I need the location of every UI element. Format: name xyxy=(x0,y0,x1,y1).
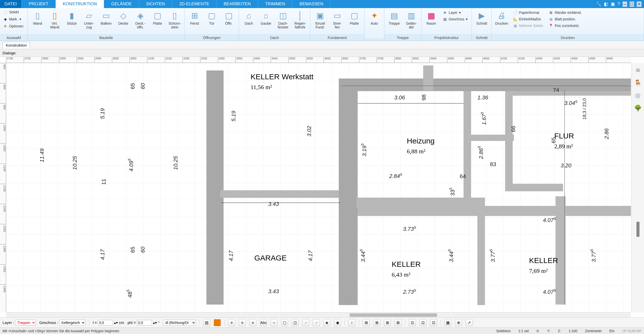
rect-icon[interactable]: ▢ xyxy=(281,319,288,326)
einheit-button[interactable]: 📐Einheit/Maßst. xyxy=(511,16,545,22)
v7-icon[interactable]: ⊡ xyxy=(430,319,437,326)
wall[interactable] xyxy=(206,70,224,305)
wall[interactable] xyxy=(505,91,513,191)
wall[interactable] xyxy=(220,190,341,198)
layer-button[interactable]: ≋Layer ▾ xyxy=(441,10,469,16)
einzelfund-button[interactable]: ▣Einzel Fund. xyxy=(312,9,328,30)
wall[interactable] xyxy=(505,184,563,191)
blatt-button[interactable]: ◎Blatt position. xyxy=(547,16,583,22)
v4-icon[interactable]: ⊞ xyxy=(394,319,402,326)
wall[interactable] xyxy=(423,65,433,91)
fplatte-button[interactable]: ▢Platte xyxy=(346,9,363,26)
close-icon[interactable]: × xyxy=(637,2,641,7)
balken-button[interactable]: ▭Balken xyxy=(98,9,114,26)
ruler-vertical[interactable]: -850-900-950-1000-1050-1100-1150-1200-12… xyxy=(0,63,6,312)
tools-icon[interactable]: 🔧 xyxy=(596,1,601,7)
raum-button[interactable]: ▦Raum xyxy=(423,9,440,26)
palette-icon[interactable]: ◧ xyxy=(604,1,608,7)
menu-gelaende[interactable]: GELÄNDE xyxy=(104,0,139,8)
pos-button[interactable]: 📍Pos zurücksetz. xyxy=(547,23,583,29)
drucken-button[interactable]: 🖨Drucken xyxy=(493,9,510,26)
stuetze-button[interactable]: ▮Stütze xyxy=(64,9,80,26)
line2-icon[interactable]: ≡ xyxy=(239,319,246,326)
i1-icon[interactable]: ⟋ xyxy=(302,319,309,326)
i3-icon[interactable]: ◈ xyxy=(323,319,330,326)
decke-button[interactable]: ◇Decke xyxy=(115,9,132,26)
windows-icon[interactable]: ▣ xyxy=(611,1,615,7)
v8-icon[interactable]: ▦ xyxy=(444,319,451,326)
help-icon[interactable]: ? xyxy=(618,2,620,7)
streifen-button[interactable]: ▭Strei- fen xyxy=(329,9,346,30)
menu-2d[interactable]: 2D-ELEMENTE xyxy=(172,0,217,8)
mode-select[interactable]: dl (Richtung/Di xyxy=(163,320,196,326)
i2-icon[interactable]: ⟋ xyxy=(313,319,320,326)
layer-select[interactable]: Treppen xyxy=(15,320,36,326)
wall[interactable] xyxy=(513,91,631,96)
v9-icon[interactable]: ⊗ xyxy=(455,319,462,326)
mehrere-button[interactable]: ▦Mehrere Seiten xyxy=(511,23,545,29)
dim-icon[interactable]: ↔ xyxy=(270,319,278,326)
wall[interactable] xyxy=(339,79,631,91)
wall[interactable] xyxy=(339,79,358,305)
oeffn-button[interactable]: ▢Öffn. xyxy=(221,9,237,26)
hatch-icon[interactable]: ▨ xyxy=(203,319,210,326)
v2-icon[interactable]: ⊞ xyxy=(373,319,380,326)
raender-button[interactable]: ⊞Ränder einblend. xyxy=(547,10,583,16)
wand-button[interactable]: ▯Wand xyxy=(29,9,46,26)
unterzug-button[interactable]: ▱Unter- zug xyxy=(81,9,97,30)
menu-bearbeiten[interactable]: BEARBEITEN xyxy=(217,0,258,8)
dach-button[interactable]: ⌂Dach xyxy=(240,9,257,26)
menu-bemassen[interactable]: BEMASSEN xyxy=(292,0,330,8)
minimize-icon[interactable]: – xyxy=(623,2,627,7)
abc-icon[interactable]: Abc xyxy=(260,319,267,326)
geschoss-select[interactable]: Kellergesch xyxy=(59,320,85,326)
selekt-button[interactable]: ⬚Selekt xyxy=(2,9,26,15)
tree-icon[interactable]: 🌳 xyxy=(634,104,642,112)
geschoss-button[interactable]: ▤Geschoss ▾ xyxy=(441,16,469,22)
menu-projekt[interactable]: PROJEKT xyxy=(22,0,56,8)
menu-sichten[interactable]: SICHTEN xyxy=(139,0,172,8)
v10-icon[interactable]: ↗ xyxy=(466,319,473,326)
platte-button[interactable]: ▢Platte xyxy=(149,9,166,26)
wall[interactable] xyxy=(556,196,566,305)
treppe-button[interactable]: ▤Treppe xyxy=(386,9,403,26)
info-icon[interactable]: i xyxy=(348,319,355,326)
tuer-button[interactable]: ▢Tür xyxy=(203,9,220,26)
line3-icon[interactable]: ≡ xyxy=(249,319,256,326)
subbar-tab[interactable]: Konstruktion xyxy=(3,42,30,48)
v1-icon[interactable]: ⊞ xyxy=(363,319,370,326)
fill-icon[interactable] xyxy=(214,319,221,326)
center-icon[interactable]: ◎ xyxy=(634,91,642,100)
i4-icon[interactable]: ◉ xyxy=(334,319,341,326)
papierformat-button[interactable]: 📄Papierformat xyxy=(511,10,545,16)
deckoeffn-button[interactable]: ◈Deck.- öffn. xyxy=(132,9,149,30)
wall[interactable] xyxy=(358,206,631,216)
menu-trimmen[interactable]: TRIMMEN xyxy=(258,0,292,8)
scroll-thumb-v[interactable] xyxy=(636,222,639,237)
mark-button[interactable]: ◆Mark. ▾ xyxy=(2,16,26,22)
line1-icon[interactable]: ≡ xyxy=(228,319,235,326)
maximize-icon[interactable]: □ xyxy=(630,2,634,7)
regenfallrohr-button[interactable]: │Regen- fallrohr xyxy=(292,9,309,30)
drawing-canvas[interactable]: KELLER Werkstatt11,56 m² Heizung6,88 m² … xyxy=(6,63,631,312)
gaube-button[interactable]: ⌂Gaube xyxy=(258,9,274,26)
dachfenster-button[interactable]: ◫Dach- fenster xyxy=(275,9,291,30)
wall[interactable] xyxy=(477,214,485,305)
wall[interactable] xyxy=(464,91,471,199)
v3-icon[interactable]: ⊞ xyxy=(384,319,391,326)
scrollbar-horizontal[interactable] xyxy=(6,312,631,317)
fenster-button[interactable]: ⊞Fenst xyxy=(186,9,203,26)
l-input[interactable] xyxy=(98,320,113,325)
scroll-thumb-h[interactable] xyxy=(350,313,437,317)
menu-konstruktion[interactable]: KONSTRUKTION xyxy=(56,0,104,8)
auto-button[interactable]: ✦Auto xyxy=(366,9,383,26)
schnitt-button[interactable]: ▶Schnitt xyxy=(473,9,490,26)
furniture-icon[interactable]: 🪑 xyxy=(634,79,642,87)
layers-icon[interactable]: ≋ xyxy=(634,66,642,75)
schornstein-button[interactable]: ▯Schorn- stein xyxy=(166,9,183,30)
virt-wand-button[interactable]: ▯Virt. Wand xyxy=(46,9,63,30)
optionen-button[interactable]: ✚Optionen xyxy=(2,23,26,29)
menu-file[interactable]: DATEI xyxy=(0,0,22,8)
ruler-horizontal[interactable]: 2700275028002850290029503000305031003150… xyxy=(6,57,631,63)
phi-input[interactable] xyxy=(137,320,152,325)
